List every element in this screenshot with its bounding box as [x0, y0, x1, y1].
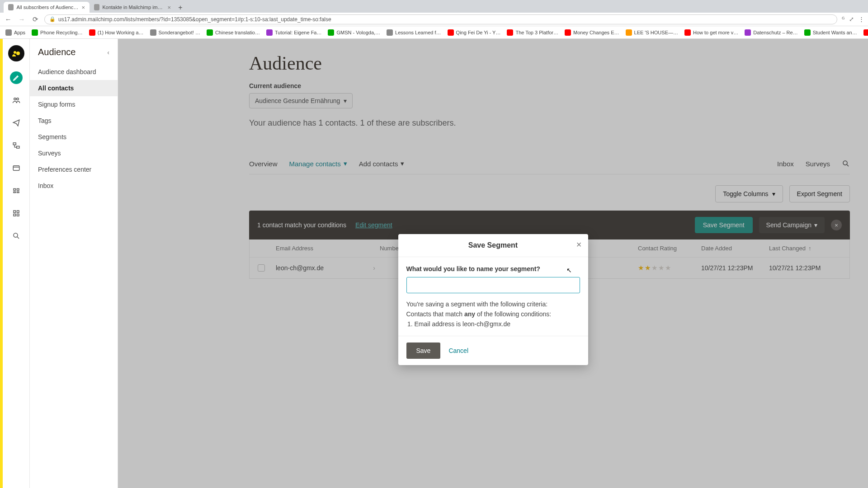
criteria-list: Email address is leon-ch@gmx.de — [406, 320, 580, 328]
url-input[interactable]: 🔒 us17.admin.mailchimp.com/lists/members… — [44, 14, 837, 24]
subnav-label: Segments — [38, 133, 66, 141]
subnav-label: Surveys — [38, 150, 61, 157]
svg-point-11 — [14, 233, 18, 237]
modal-footer: Save Cancel — [398, 336, 588, 365]
subnav-label: Inbox — [38, 182, 53, 189]
bookmark-item[interactable]: Apps — [4, 28, 27, 37]
tab-strip: All subscribers of Audience G… × Kontakt… — [0, 0, 868, 13]
bookmark-item[interactable]: Datenschutz – Re… — [743, 28, 799, 37]
subnav-item-surveys[interactable]: Surveys — [30, 145, 118, 161]
new-tab-button[interactable]: + — [175, 3, 185, 13]
tab-close-icon[interactable]: × — [167, 4, 171, 11]
svg-point-2 — [14, 98, 16, 100]
bookmark-favicon-icon — [32, 29, 38, 36]
rail-search-icon[interactable] — [10, 230, 23, 242]
subnav-item-preferences[interactable]: Preferences center — [30, 161, 118, 178]
bookmark-label: Sonderangebot! … — [159, 30, 200, 35]
svg-rect-6 — [13, 166, 19, 171]
modal-title: Save Segment — [468, 241, 518, 249]
rail-integrations-icon[interactable] — [10, 207, 23, 220]
bookmark-favicon-icon — [684, 29, 691, 36]
bookmark-item[interactable]: Lessons Learned f… — [385, 28, 443, 37]
favicon-icon — [8, 4, 14, 10]
rail-automations-icon[interactable] — [10, 139, 23, 152]
menu-icon[interactable]: ⋮ — [859, 16, 864, 23]
icon-rail — [3, 39, 30, 488]
subnav-item-inbox[interactable]: Inbox — [30, 178, 118, 194]
nav-forward-icon[interactable]: → — [17, 15, 26, 24]
bookmark-favicon-icon — [150, 29, 156, 36]
nav-reload-icon[interactable]: ⟳ — [31, 15, 40, 24]
bookmark-label: Tutorial: Eigene Fa… — [275, 30, 322, 35]
subnav-title: Audience — [38, 47, 75, 57]
bookmark-item[interactable]: Sonderangebot! … — [148, 28, 202, 37]
tab-close-icon[interactable]: × — [81, 4, 85, 11]
modal-close-icon[interactable]: × — [576, 239, 582, 250]
segment-name-input[interactable] — [406, 277, 580, 293]
rail-audience-icon[interactable] — [10, 94, 23, 107]
bookmark-item[interactable]: Money Changes E… — [563, 28, 621, 37]
svg-rect-8 — [17, 211, 19, 213]
bookmark-label: GMSN - Vologda,… — [336, 30, 380, 35]
nav-back-icon[interactable]: ← — [4, 15, 13, 24]
modal-question: What would you like to name your segment… — [406, 265, 580, 272]
text: Contacts that match — [406, 310, 464, 318]
bookmark-item[interactable]: (1) How Working a… — [87, 28, 146, 37]
subnav-item-dashboard[interactable]: Audience dashboard — [30, 64, 118, 80]
svg-rect-9 — [14, 214, 16, 216]
bookmark-label: Datenschutz – Re… — [753, 30, 797, 35]
translate-icon[interactable]: ᴳ — [842, 16, 844, 23]
bookmark-favicon-icon — [5, 29, 12, 36]
app-root: Audience ‹ Audience dashboard All contac… — [0, 39, 868, 488]
svg-rect-10 — [17, 214, 19, 216]
bookmark-item[interactable]: GMSN - Vologda,… — [326, 28, 382, 37]
bookmark-item[interactable]: Chinese translatio… — [205, 28, 262, 37]
browser-tab-active[interactable]: All subscribers of Audience G… × — [4, 2, 90, 13]
browser-tab[interactable]: Kontakte in Mailchimp importi… × — [90, 2, 175, 13]
rail-campaigns-icon[interactable] — [10, 117, 23, 129]
svg-rect-5 — [16, 146, 19, 149]
svg-point-1 — [16, 52, 20, 55]
rail-content-icon[interactable] — [10, 184, 23, 197]
modal-cancel-button[interactable]: Cancel — [448, 347, 468, 354]
subnav: Audience ‹ Audience dashboard All contac… — [30, 39, 118, 488]
bookmark-item[interactable]: Student Wants an… — [802, 28, 859, 37]
svg-point-3 — [16, 98, 19, 100]
modal-save-button[interactable]: Save — [406, 343, 441, 359]
bookmark-favicon-icon — [387, 29, 393, 36]
bookmark-item[interactable]: Tutorial: Eigene Fa… — [264, 28, 324, 37]
subnav-item-segments[interactable]: Segments — [30, 129, 118, 145]
zoom-icon[interactable]: ⤢ — [849, 16, 854, 23]
svg-rect-4 — [13, 143, 16, 145]
mailchimp-logo-icon[interactable] — [8, 45, 24, 61]
bookmark-item[interactable]: Qing Fei De Yi - Y… — [446, 28, 503, 37]
save-segment-modal: Save Segment × What would you like to na… — [398, 234, 588, 365]
bookmark-item[interactable]: The Top 3 Platfor… — [505, 28, 560, 37]
subnav-item-signup-forms[interactable]: Signup forms — [30, 96, 118, 113]
bookmark-item[interactable]: How to get more v… — [683, 28, 740, 37]
subnav-item-tags[interactable]: Tags — [30, 113, 118, 129]
modal-saving-line: You're saving a segment with the followi… — [406, 300, 580, 308]
bookmark-item[interactable]: Phone Recycling… — [30, 28, 85, 37]
bookmark-label: Apps — [14, 30, 25, 35]
bookmarks-bar: Apps Phone Recycling… (1) How Working a…… — [0, 26, 868, 39]
text: of the following conditions: — [475, 310, 551, 318]
bookmark-favicon-icon — [626, 29, 632, 36]
main-area: Audience Current audience Audience Gesun… — [118, 39, 868, 488]
collapse-subnav-icon[interactable]: ‹ — [107, 49, 109, 56]
svg-point-0 — [14, 51, 16, 54]
bookmark-item[interactable]: LEE 'S HOUSE—… — [624, 28, 680, 37]
rail-website-icon[interactable] — [10, 162, 23, 174]
bookmark-item[interactable]: (2) How To Add A… — [862, 28, 868, 37]
bookmark-favicon-icon — [804, 29, 811, 36]
bookmark-favicon-icon — [448, 29, 454, 36]
bookmark-label: How to get more v… — [693, 30, 738, 35]
bookmark-favicon-icon — [863, 29, 868, 36]
subnav-label: Preferences center — [38, 166, 91, 173]
subnav-label: Audience dashboard — [38, 68, 96, 75]
modal-body: What would you like to name your segment… — [398, 257, 588, 336]
subnav-item-all-contacts[interactable]: All contacts — [30, 80, 118, 96]
rail-create-icon[interactable] — [10, 71, 23, 84]
bookmark-label: Money Changes E… — [573, 30, 619, 35]
lock-icon: 🔒 — [49, 16, 56, 22]
